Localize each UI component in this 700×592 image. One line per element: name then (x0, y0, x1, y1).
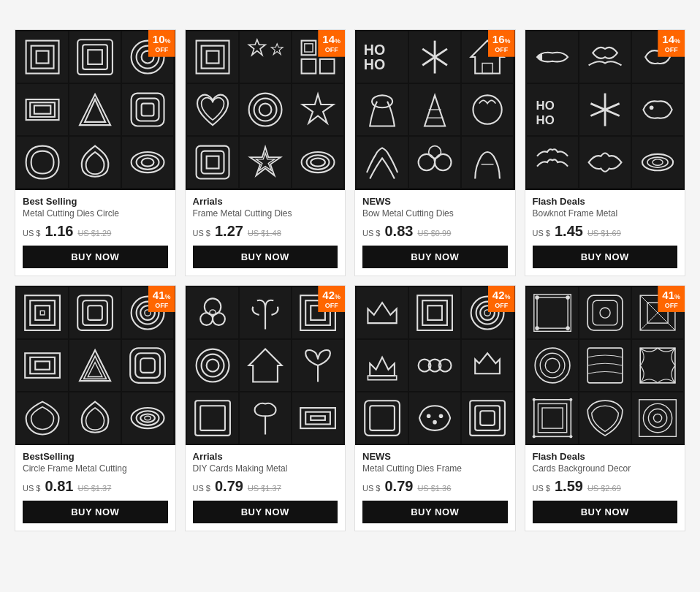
card-body: Arrials DIY Cards Making Metal US $ 0.79… (186, 445, 346, 495)
svg-rect-11 (34, 106, 50, 114)
image-cell (579, 287, 631, 338)
product-card-5: 41% OFF BestSelling Circle Frame Metal C… (15, 285, 176, 532)
buy-now-button[interactable]: BUY NOW (533, 246, 678, 268)
svg-rect-60 (30, 300, 55, 325)
svg-point-141 (648, 409, 666, 427)
image-cell (17, 392, 68, 444)
discount-badge: 16% OFF (488, 30, 515, 57)
off-label: OFF (153, 302, 171, 310)
image-cell (357, 84, 408, 135)
discount-percent: 10% (153, 33, 171, 46)
svg-rect-25 (301, 59, 316, 74)
svg-rect-5 (88, 50, 102, 64)
image-cell (632, 340, 683, 391)
buy-now-button[interactable]: BUY NOW (23, 246, 168, 268)
off-label: OFF (322, 46, 341, 54)
image-cell (292, 392, 343, 444)
image-cell (409, 340, 460, 391)
buy-now-button[interactable]: BUY NOW (193, 501, 338, 523)
currency-label: US $ (533, 229, 550, 238)
svg-point-16 (137, 156, 159, 170)
off-label: OFF (322, 302, 341, 310)
product-tag: Flash Deals (533, 451, 678, 462)
discount-percent: 14% (662, 33, 680, 46)
price-row: US $ 1.16 US $1.29 (23, 223, 168, 240)
image-cell (187, 137, 238, 188)
image-cell (409, 392, 460, 444)
svg-point-119 (566, 326, 570, 330)
product-tag: BestSelling (23, 451, 168, 462)
svg-text:HO: HO (536, 113, 554, 127)
svg-rect-130 (587, 348, 623, 383)
product-tag: NEWS (362, 196, 508, 207)
image-cell (579, 137, 631, 188)
svg-rect-31 (201, 151, 224, 174)
image-cell (122, 392, 173, 444)
price-original: US $1.37 (248, 484, 281, 493)
svg-point-89 (206, 359, 218, 371)
svg-rect-22 (305, 44, 313, 52)
currency-label: US $ (23, 484, 40, 493)
product-tag: Best Selling (23, 196, 168, 207)
product-title: DIY Cards Making Metal (193, 463, 338, 474)
svg-point-108 (427, 414, 431, 418)
discount-badge: 14% OFF (318, 30, 345, 57)
price-original: US $1.37 (77, 484, 111, 493)
svg-rect-2 (37, 51, 49, 64)
buy-now-button[interactable]: BUY NOW (23, 501, 168, 523)
svg-rect-91 (200, 406, 225, 430)
image-cell (187, 340, 238, 391)
image-cell (527, 287, 578, 338)
image-cell: HOHO (527, 84, 578, 135)
price-main: 1.27 (215, 223, 243, 240)
buy-now-button[interactable]: BUY NOW (362, 501, 508, 523)
product-title: Metal Cutting Dies Circle (23, 208, 168, 219)
price-row: US $ 1.59 US $2.69 (533, 478, 678, 495)
image-cell (409, 137, 460, 188)
image-cell (527, 340, 578, 391)
svg-point-109 (439, 414, 444, 418)
discount-percent: 14% (322, 33, 341, 46)
off-label: OFF (662, 46, 680, 54)
discount-percent: 41% (662, 289, 680, 302)
image-cell (357, 137, 408, 188)
image-cell (632, 84, 683, 135)
product-card-8: 41% OFF Flash Deals Cards Background Dec… (525, 285, 686, 532)
svg-point-45 (473, 96, 502, 124)
product-image: HOHO 14% OFF (525, 30, 685, 190)
svg-rect-139 (639, 400, 677, 437)
svg-rect-75 (141, 358, 156, 373)
image-cell (527, 392, 578, 444)
product-title: Circle Frame Metal Cutting (23, 463, 168, 474)
svg-point-117 (566, 295, 570, 300)
svg-rect-14 (142, 104, 154, 116)
off-label: OFF (492, 302, 511, 310)
product-tag: NEWS (362, 451, 508, 462)
image-cell (240, 31, 291, 83)
image-cell (69, 31, 121, 83)
image-cell (357, 392, 408, 444)
image-cell (69, 287, 121, 338)
svg-rect-115 (537, 297, 568, 328)
buy-now-button[interactable]: BUY NOW (362, 246, 508, 268)
product-image: HOHO 16% OFF (355, 30, 515, 190)
price-row: US $ 0.79 US $1.36 (362, 478, 508, 495)
price-original: US $2.69 (587, 484, 621, 493)
svg-rect-74 (136, 353, 161, 378)
currency-label: US $ (23, 229, 40, 238)
image-cell (17, 137, 68, 188)
svg-point-129 (545, 358, 560, 373)
image-cell (462, 340, 513, 391)
image-cell (462, 84, 513, 135)
svg-rect-21 (301, 41, 316, 56)
buy-now-button[interactable]: BUY NOW (533, 501, 678, 523)
svg-rect-97 (427, 306, 442, 320)
buy-now-button[interactable]: BUY NOW (193, 246, 338, 268)
svg-point-48 (429, 146, 441, 159)
svg-rect-107 (370, 406, 395, 430)
svg-point-29 (259, 104, 271, 116)
image-cell (240, 340, 291, 391)
off-label: OFF (153, 46, 171, 54)
product-card-3: HOHO 16% OFF NEWS Bow Metal Cutting Dies… (354, 29, 516, 276)
image-cell (462, 392, 513, 444)
